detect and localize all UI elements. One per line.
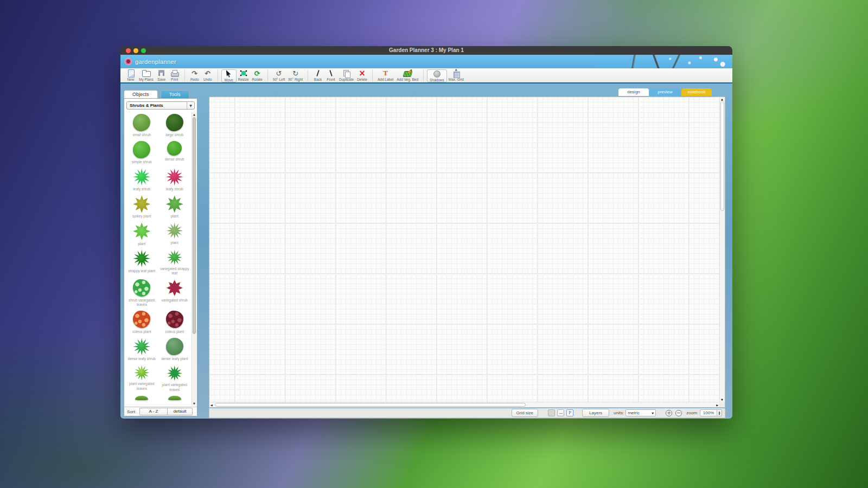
palette-item-label: dense shrub [164,157,186,162]
variegated strappy leaf-icon [167,250,182,265]
palette-item-variegated-strappy-leaf[interactable]: variegated strappy leaf [158,250,192,275]
palette-scrollbar[interactable]: ▲ ▼ [192,112,196,406]
palette-item-simple-shrub[interactable]: simple shrub [125,141,158,164]
toolbar-button-new[interactable]: New [124,69,137,81]
minimize-window-button[interactable] [133,48,138,53]
my-plans-icon [141,69,151,77]
palette-item-label: plant [137,242,146,246]
layers-button[interactable]: Layers [582,409,609,417]
canvas-vertical-scrollbar[interactable]: ▲ ▼ [719,97,725,402]
toolbar-button-rotate-90-right[interactable]: ↻90° Right [286,69,304,81]
horizontal-scrollbar-thumb[interactable] [215,403,526,407]
toolbar-button-redo[interactable]: ↷Redo [188,69,201,81]
palette-item-plant[interactable]: plant [158,195,192,219]
toolbar-button-front[interactable]: Front [324,69,337,81]
zoom-out-button[interactable]: − [675,410,682,416]
palette-item-large-shrub[interactable]: large shrub [158,114,192,137]
scroll-up-icon[interactable]: ▲ [192,113,196,116]
palette-item-spikey-plant[interactable]: spikey plant [125,195,158,219]
toolbar-separator [372,70,373,81]
palette-item-dense-shrub[interactable]: dense shrub [158,141,192,164]
zoom-value-field[interactable]: 100% [700,409,717,416]
plant variegated leaves-icon [134,365,149,380]
palette-item-shrub-variegated-leaves[interactable]: shrub variegated leaves [125,279,158,307]
toolbar-separator [218,70,218,81]
palette-item-plant[interactable]: plant [125,223,158,246]
scroll-down-icon[interactable]: ▼ [192,402,196,405]
toolbar-button-shadows[interactable]: Shadows [427,69,447,82]
toolbar-button-undo[interactable]: ↶Undo [201,69,214,81]
palette-item-plant[interactable]: plant [158,223,192,246]
palette-item-variegated-shrub[interactable]: variegated shrub [158,279,192,307]
front-icon [326,69,336,77]
blossom-photo [594,55,732,68]
toolbar-button-print[interactable]: Print [168,69,181,81]
scroll-left-icon[interactable]: ◀ [210,403,213,407]
toolbar-button-label: Duplicate [339,78,354,81]
palette-item-label: spikey plant [131,214,152,219]
palette-item-plant-variegated-leaves[interactable]: plant variegated leaves [125,365,158,391]
toolbar-button-my-plans[interactable]: My Plans [137,69,155,81]
toolbar-button-save[interactable]: Save [155,69,168,81]
toolbar-button-delete[interactable]: ×Delete [355,69,369,81]
palette-scrollbar-thumb[interactable] [193,117,196,334]
palette-item-strappy-leaf-plant[interactable]: strappy leaf plant [125,250,158,275]
toolbar-button-rotate-90-left[interactable]: ↺90° Left [271,69,286,81]
palette-item-leafy-shrub[interactable]: leafy shrub [158,168,192,191]
palette-item-label: dense leafy shrub [127,357,157,361]
line-toggle-button[interactable] [557,409,564,416]
toolbar-button-label: Rotate [252,78,263,81]
palette-item-label: coleus plant [131,330,152,334]
vertical-scrollbar-thumb[interactable] [720,101,724,211]
p-toggle-button[interactable]: P [566,409,573,416]
grid-toggle-button[interactable] [548,409,555,416]
add-veg-bed-icon [403,69,412,77]
palette-item-dense-leafy-shrub[interactable]: dense leafy shrub [125,338,158,361]
canvas-horizontal-scrollbar[interactable]: ◀ ▶ [209,402,719,407]
chevron-down-icon[interactable]: ▼ [187,102,194,109]
toolbar-button-resize[interactable]: Resize [237,69,251,81]
tab-tools[interactable]: Tools [161,90,189,99]
zoom-in-button[interactable]: + [666,410,672,416]
window-body: Objects Tools Shrubs & Plants ▼ small sh… [120,84,732,419]
scroll-down-icon[interactable]: ▼ [721,398,723,401]
grid-size-button[interactable]: Grid size [512,409,539,417]
sort-az-button[interactable]: A - Z [139,408,168,415]
palette-item-dense-leafy-plant[interactable]: dense leafy plant [158,338,192,361]
palette-item-small-shrub[interactable]: small shrub [125,114,158,137]
toolbar-button-move[interactable]: Move [221,69,237,82]
toolbar-button-rotate[interactable]: ⟳Rotate [251,69,264,81]
toolbar-button-add-label[interactable]: TAdd Label [376,69,395,81]
palette-item-coleus-plant[interactable]: coleus plant [125,311,158,334]
tab-notebook[interactable]: notebook [681,88,712,96]
palette-item-leafy-shrub[interactable]: leafy shrub [125,168,158,191]
category-dropdown[interactable]: Shrubs & Plants ▼ [126,101,195,110]
zoom-stepper[interactable]: ▲▼ [717,409,722,416]
toolbar-button-label: Resize [238,78,249,81]
tab-objects[interactable]: Objects [124,90,158,99]
scroll-right-icon[interactable]: ▶ [716,403,718,407]
canvas-grid[interactable] [209,97,719,402]
units-select[interactable]: metric ▼ [626,409,656,416]
dense shrub-icon [167,141,182,156]
palette-item-plant-variegated-leaves[interactable]: plant variegated leaves [158,365,192,391]
sort-default-button[interactable]: default [168,408,193,415]
app-header: gardenplanner [120,55,732,68]
tab-preview[interactable]: preview [650,88,680,96]
toolbar-button-add-veg-bed[interactable]: Add Veg. Bed [395,69,420,81]
maximize-window-button[interactable] [141,48,146,53]
scroll-up-icon[interactable]: ▲ [721,98,723,101]
window-titlebar[interactable]: Garden Planner 3 : My Plan 1 [120,46,732,55]
shrub variegated leaves-icon [133,279,150,297]
design-canvas[interactable]: ▲ ▼ ◀ ▶ [209,97,725,408]
status-bar: Grid size P Layers units: metric ▼ + − z… [209,408,725,418]
toolbar-button-back[interactable]: Back [311,69,324,81]
toolbar-button-duplicate[interactable]: Duplicate [337,69,355,81]
palette-item[interactable] [125,396,158,402]
palette-item[interactable] [158,396,192,402]
tab-design[interactable]: design [618,88,649,96]
toolbar-button-label: Redo [190,78,199,81]
close-window-button[interactable] [126,48,131,53]
toolbar-button-max-grid[interactable]: Max. Grid [447,69,465,81]
palette-item-coleus-plant[interactable]: coleus plant [158,311,192,334]
